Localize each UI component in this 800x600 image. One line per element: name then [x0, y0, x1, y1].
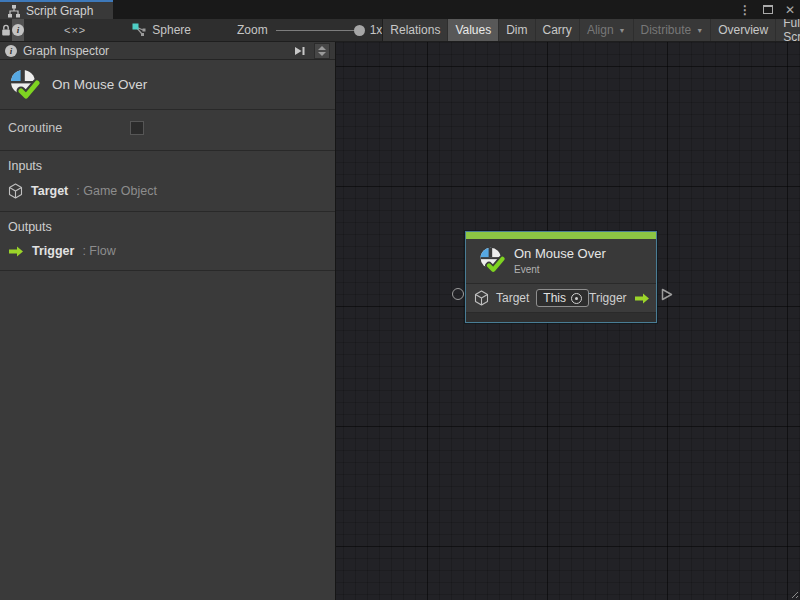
carry-button[interactable]: Carry	[536, 19, 579, 41]
game-object-cube-icon	[8, 183, 23, 199]
tab-title: Script Graph	[26, 4, 93, 18]
node-title: On Mouse Over	[514, 246, 606, 261]
graph-inspector-header: i Graph Inspector	[0, 42, 335, 60]
input-port-row: Target : Game Object	[8, 183, 327, 199]
main-area: i Graph Inspector	[0, 42, 800, 600]
output-port-type: : Flow	[82, 244, 115, 258]
info-icon: i	[12, 24, 24, 36]
node-subtitle: Event	[514, 264, 606, 275]
target-value-chip[interactable]: This	[536, 289, 589, 307]
node-trigger-label: Trigger	[589, 291, 627, 305]
game-object-cube-icon	[474, 290, 489, 306]
object-picker-icon	[571, 293, 582, 304]
info-icon: i	[5, 45, 17, 57]
outputs-header: Outputs	[8, 220, 327, 234]
graph-reference[interactable]: Sphere	[120, 19, 203, 41]
preview-code-button[interactable]: <×>	[52, 19, 98, 41]
zoom-value: 1x	[370, 23, 383, 37]
on-mouse-over-icon	[8, 68, 40, 102]
on-mouse-over-node[interactable]: On Mouse Over Event Target This	[465, 231, 657, 323]
tab-script-graph[interactable]: Script Graph	[0, 0, 113, 19]
event-accent-bar	[466, 232, 656, 239]
script-graph-asset-icon	[132, 23, 146, 37]
panel-scrubber[interactable]	[314, 43, 330, 59]
inputs-header: Inputs	[8, 159, 327, 173]
values-button[interactable]: Values	[448, 19, 498, 41]
zoom-slider[interactable]	[276, 30, 362, 31]
coroutine-row: Coroutine	[0, 110, 335, 151]
output-port-row: Trigger : Flow	[8, 244, 327, 258]
node-header: On Mouse Over Event	[466, 239, 656, 283]
on-mouse-over-icon	[478, 246, 505, 275]
graph-canvas[interactable]: On Mouse Over Event Target This	[336, 42, 800, 600]
node-output-port[interactable]: Trigger	[589, 291, 650, 305]
unit-title: On Mouse Over	[52, 77, 147, 92]
node-input-port[interactable]: Target This	[474, 289, 589, 307]
unit-header: On Mouse Over	[0, 60, 335, 110]
arrow-down-icon	[318, 52, 326, 56]
zoom-control: Zoom 1x	[237, 19, 382, 41]
window-maximize-icon[interactable]	[763, 5, 773, 14]
flow-arrow-icon	[8, 245, 24, 258]
outputs-section: Outputs Trigger : Flow	[0, 212, 335, 271]
distribute-dropdown[interactable]: Distribute ▼	[634, 19, 711, 41]
zoom-slider-handle[interactable]	[354, 25, 365, 36]
inspector-toggle-button[interactable]: i	[12, 19, 24, 41]
script-graph-window: Script Graph ⋮ ✕ i <×>	[0, 0, 800, 600]
graph-inspector-title: Graph Inspector	[23, 44, 109, 58]
inputs-section: Inputs Target : Game Object	[0, 151, 335, 212]
align-dropdown[interactable]: Align ▼	[580, 19, 633, 41]
lock-icon	[0, 24, 12, 37]
resize-grip[interactable]	[789, 589, 799, 599]
overview-button[interactable]: Overview	[711, 19, 775, 41]
graph-toolbar: i <×> Sphere Zoom 1x	[0, 19, 800, 42]
toolbar-toggle-group: Relations Values Dim Carry Align ▼ Distr…	[382, 19, 800, 41]
node-output-edge-port[interactable]	[661, 288, 673, 301]
graph-hierarchy-icon	[7, 4, 21, 18]
output-port-name: Trigger	[32, 244, 74, 258]
arrow-up-icon	[318, 46, 326, 50]
collapse-panel-button[interactable]	[290, 43, 308, 58]
graph-name-label: Sphere	[152, 23, 191, 37]
window-menu-icon[interactable]: ⋮	[739, 3, 751, 17]
panel-empty-area	[0, 271, 335, 600]
input-port-name: Target	[31, 184, 68, 198]
code-icon: <×>	[64, 24, 86, 36]
chevron-down-icon: ▼	[696, 27, 703, 34]
input-port-type: : Game Object	[76, 184, 157, 198]
target-value: This	[543, 291, 566, 305]
node-footer	[466, 312, 656, 322]
coroutine-label: Coroutine	[8, 121, 130, 135]
node-target-label: Target	[496, 291, 529, 305]
window-controls: ⋮ ✕	[739, 0, 795, 19]
lock-button[interactable]	[0, 19, 12, 41]
coroutine-checkbox[interactable]	[130, 121, 144, 135]
tab-bar: Script Graph ⋮ ✕	[0, 0, 800, 19]
collapse-right-icon	[293, 45, 306, 57]
relations-button[interactable]: Relations	[383, 19, 447, 41]
node-port-row: Target This Trigger	[466, 283, 656, 312]
zoom-label: Zoom	[237, 23, 268, 37]
dim-button[interactable]: Dim	[499, 19, 534, 41]
fullscreen-button[interactable]: Full Screen	[776, 19, 800, 41]
chevron-down-icon: ▼	[619, 27, 626, 34]
graph-inspector-panel: i Graph Inspector	[0, 42, 336, 600]
window-close-icon[interactable]: ✕	[785, 3, 795, 17]
node-input-edge-port[interactable]	[452, 288, 464, 300]
flow-arrow-icon	[634, 292, 650, 305]
